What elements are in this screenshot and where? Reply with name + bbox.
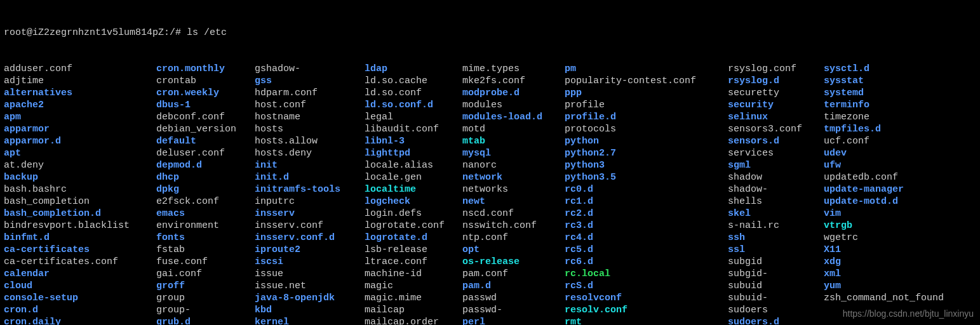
ls-entry: security: [728, 99, 774, 111]
ls-entry: adduser.conf: [4, 63, 72, 75]
watermark: https://blog.csdn.net/bjtu_linxinyu: [843, 308, 974, 320]
ls-entry: e2fsck.conf: [156, 196, 219, 208]
ls-entry: profile: [565, 99, 605, 111]
ls-entry: securetty: [728, 87, 779, 99]
ls-entry: modules: [462, 99, 502, 111]
ls-entry: vim: [824, 208, 841, 220]
ls-entry: fuse.conf: [156, 256, 208, 268]
ls-entry: networks: [462, 183, 508, 196]
ls-entry: debian_version: [156, 123, 236, 135]
ls-entry: pam.conf: [462, 268, 508, 280]
ls-entry: emacs: [156, 208, 185, 220]
ls-entry: rc0.d: [565, 183, 593, 196]
ls-entry: ca-certificates: [4, 244, 90, 256]
ls-entry: insserv.conf: [255, 220, 323, 232]
ls-entry: resolv.conf: [565, 304, 628, 316]
ls-entry: pm: [565, 63, 576, 75]
ls-entry: gss: [255, 75, 272, 87]
ls-entry: depmod.d: [156, 159, 202, 171]
ls-entry: bash.bashrc: [4, 183, 67, 196]
ls-entry: issue: [255, 268, 283, 280]
ls-entry: resolvconf: [565, 292, 622, 304]
ls-entry: subgid-: [728, 268, 768, 280]
ls-entry: passwd: [462, 292, 497, 304]
ls-entry: tmpfiles.d: [824, 123, 881, 135]
ls-entry: yum: [824, 280, 841, 292]
ls-entry: hostname: [255, 111, 300, 123]
ls-entry: s-nail.rc: [728, 220, 779, 232]
ls-entry: dbus-1: [156, 99, 191, 111]
ls-entry: sysstat: [824, 75, 864, 87]
ls-entry: ufw: [824, 159, 841, 171]
ls-entry: hosts.deny: [255, 147, 312, 159]
ls-entry: bash_completion.d: [4, 208, 101, 220]
ls-entry: apparmor.d: [4, 135, 61, 147]
ls-entry: rmt: [565, 316, 582, 325]
ls-entry: terminfo: [824, 99, 869, 111]
ls-entry: iscsi: [255, 256, 283, 268]
ls-entry: logrotate.d: [365, 232, 427, 244]
terminal[interactable]: root@iZ2zegrnhznt1v5lum814pZ:/# ls /etc …: [0, 0, 980, 325]
ls-entry: sudoers.d: [728, 316, 779, 325]
ls-entry: mtab: [462, 135, 485, 147]
ls-entry: nscd.conf: [462, 208, 514, 220]
ls-output: adduser.confadjtimealternativesapache2ap…: [4, 63, 976, 325]
ls-entry: debconf.conf: [156, 111, 225, 123]
ls-entry: host.conf: [255, 99, 306, 111]
ls-entry: fstab: [156, 244, 185, 256]
ls-entry: nsswitch.conf: [462, 220, 537, 232]
ls-entry: selinux: [728, 111, 768, 123]
ls-entry: perl: [462, 316, 485, 325]
ls-entry: updatedb.conf: [824, 171, 898, 183]
ls-entry: init: [255, 159, 278, 171]
ls-entry: ld.so.conf: [365, 87, 422, 99]
ls-entry: ppp: [565, 87, 582, 99]
ls-entry: sysctl.d: [824, 63, 869, 75]
prompt-line: root@iZ2zegrnhznt1v5lum814pZ:/# ls /etc: [4, 27, 976, 39]
ls-entry: rc1.d: [565, 196, 593, 208]
ls-entry: sensors3.conf: [728, 123, 802, 135]
ls-entry: profile.d: [565, 111, 616, 123]
ls-entry: apt: [4, 147, 21, 159]
ls-entry: at.deny: [4, 159, 44, 171]
ls-entry: zsh_command_not_found: [824, 292, 944, 304]
ls-entry: modules-load.d: [462, 111, 542, 123]
ls-entry: crontab: [156, 75, 196, 87]
ls-entry: issue.net: [255, 280, 306, 292]
ls-entry: nanorc: [462, 159, 497, 171]
ls-entry: network: [462, 171, 502, 183]
ls-entry: xdg: [824, 256, 841, 268]
ls-entry: hosts: [255, 123, 283, 135]
ls-entry: mailcap: [365, 304, 405, 316]
ls-entry: inputrc: [255, 196, 295, 208]
ls-entry: cron.weekly: [156, 87, 219, 99]
ls-entry: fonts: [156, 232, 185, 244]
ls-entry: lsb-release: [365, 244, 427, 256]
ls-entry: os-release: [462, 256, 520, 268]
ls-entry: rc2.d: [565, 208, 593, 220]
ls-entry: ca-certificates.conf: [4, 256, 118, 268]
ls-entry: update-motd.d: [824, 196, 898, 208]
ls-entry: magic.mime: [365, 292, 422, 304]
ls-entry: subgid: [728, 256, 762, 268]
ls-entry: magic: [365, 280, 393, 292]
ls-entry: modprobe.d: [462, 87, 520, 99]
ls-entry: opt: [462, 244, 480, 256]
ls-entry: bindresvport.blacklist: [4, 220, 130, 232]
ls-entry: insserv: [255, 208, 295, 220]
ls-entry: kernel: [255, 316, 289, 325]
ls-entry: initramfs-tools: [255, 183, 340, 196]
ls-entry: apparmor: [4, 123, 50, 135]
ls-entry: calendar: [4, 268, 50, 280]
ls-entry: locale.gen: [365, 171, 422, 183]
ls-entry: newt: [462, 196, 485, 208]
ls-entry: services: [728, 147, 774, 159]
ls-entry: logrotate.conf: [365, 220, 445, 232]
ls-entry: groff: [156, 280, 185, 292]
ls-entry: dpkg: [156, 183, 179, 196]
ls-entry: hosts.allow: [255, 135, 318, 147]
ls-entry: rc5.d: [565, 244, 593, 256]
ls-entry: protocols: [565, 123, 616, 135]
ls-entry: udev: [824, 147, 847, 159]
ls-entry: dhcp: [156, 171, 179, 183]
